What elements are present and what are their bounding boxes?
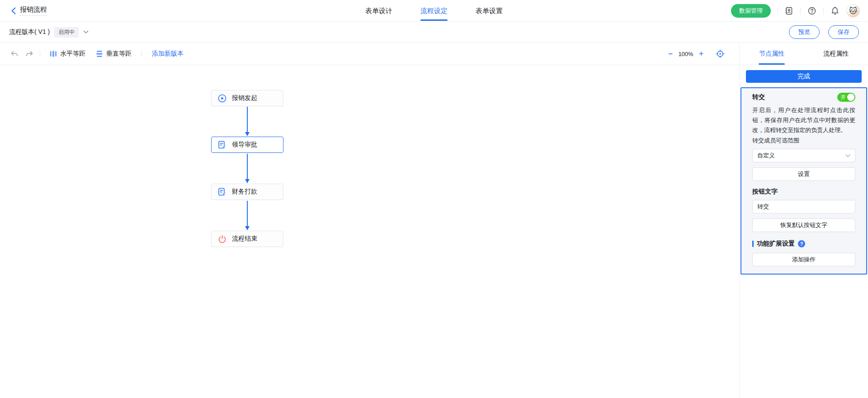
version-dropdown-chevron-icon[interactable] (83, 30, 89, 34)
add-action-button[interactable]: 添加操作 (752, 253, 855, 266)
help-circle-icon[interactable]: ? (798, 240, 805, 247)
transfer-section-box: 转交 开 开启后，用户在处理流程时点击此按钮，将保存用户在此节点中对数据的更改，… (741, 87, 867, 275)
panel-tabs: 节点属性 流程属性 (740, 43, 868, 65)
horizontal-spacing-icon (50, 51, 57, 57)
active-tab-underline (759, 63, 785, 65)
transfer-header-row: 转交 开 (752, 93, 855, 102)
vertical-spacing-button[interactable]: 垂直等距 (96, 50, 132, 58)
transfer-toggle[interactable]: 开 (837, 93, 855, 102)
transfer-title: 转交 (752, 93, 765, 101)
flow-node-leader-approval[interactable]: 领导审批 (211, 137, 283, 153)
zoom-in-button[interactable]: + (696, 48, 707, 59)
top-header: 报销流程 表单设计 流程设定 表单设置 数据管理 🐱 (0, 0, 868, 22)
contacts-icon[interactable] (784, 6, 794, 16)
header-tabs: 表单设计 流程设定 表单设置 (365, 0, 503, 22)
panel-body: 完成 转交 开 开启后，用户在处理流程时点击此按钮，将保存用户在此节点中对数据的… (740, 65, 868, 398)
node-label: 报销发起 (232, 94, 257, 102)
app-window: 报销流程 表单设计 流程设定 表单设置 数据管理 🐱 流程版本( V1 ) (0, 0, 868, 398)
section-marker (752, 241, 754, 247)
restore-default-button[interactable]: 恢复默认按钮文字 (752, 218, 855, 232)
flow-editor-column: 水平等距 垂直等距 添加新版本 − 100% + (0, 43, 739, 398)
transfer-description: 开启后，用户在处理流程时点击此按钮，将保存用户在此节点中对数据的更改，流程转交至… (752, 105, 855, 135)
version-bar: 流程版本( V1 ) 启用中 预览 保存 (0, 22, 868, 43)
node-label: 领导审批 (232, 141, 257, 149)
redo-icon (26, 51, 33, 57)
horizontal-spacing-button[interactable]: 水平等距 (50, 50, 85, 58)
bell-icon[interactable] (830, 6, 840, 16)
save-button[interactable]: 保存 (828, 25, 859, 39)
chevron-down-icon (845, 154, 850, 157)
user-avatar[interactable]: 🐱 (846, 4, 860, 18)
divider (777, 7, 778, 14)
scope-setting-button[interactable]: 设置 (752, 167, 855, 181)
tab-flow-setting[interactable]: 流程设定 (420, 0, 448, 22)
crosshair-icon (716, 49, 725, 58)
status-badge: 启用中 (54, 27, 79, 38)
flow-node-end[interactable]: 流程结束 (211, 231, 283, 247)
approval-icon (218, 141, 226, 149)
chevron-left-icon (11, 7, 16, 14)
flow-edge (245, 201, 250, 231)
tab-form-setting[interactable]: 表单设置 (476, 0, 503, 22)
complete-button[interactable]: 完成 (746, 70, 862, 83)
zoom-level: 100% (676, 51, 696, 57)
redo-button[interactable] (24, 48, 35, 60)
undo-button[interactable] (8, 48, 20, 60)
back-button[interactable] (9, 6, 18, 15)
divider (142, 50, 142, 57)
extension-settings-header: 功能扩展设置 ? (752, 240, 855, 248)
version-label: 流程版本( V1 ) (9, 28, 50, 36)
divider (823, 7, 824, 14)
toggle-on-label: 开 (840, 94, 846, 101)
scope-select-value: 自定义 (757, 152, 775, 160)
toggle-knob (847, 94, 854, 101)
data-manage-button[interactable]: 数据管理 (731, 4, 771, 18)
tab-node-properties[interactable]: 节点属性 (740, 43, 804, 65)
button-text-input[interactable] (752, 200, 855, 213)
approval-icon (218, 188, 226, 196)
header-actions: 数据管理 🐱 (731, 0, 860, 22)
extension-settings-title: 功能扩展设置 (757, 240, 795, 248)
node-label: 财务打款 (232, 188, 257, 196)
preview-button[interactable]: 预览 (789, 25, 820, 39)
vertical-spacing-icon (96, 51, 103, 57)
tab-form-design[interactable]: 表单设计 (365, 0, 392, 22)
flow-node-finance-payment[interactable]: 财务打款 (211, 184, 283, 200)
button-text-label: 按钮文字 (752, 188, 855, 196)
flow-edge (245, 154, 250, 184)
properties-panel: 节点属性 流程属性 完成 转交 开 开启后，用户在处理流程时点击此按钮，将保存用… (739, 43, 868, 398)
main-area: 水平等距 垂直等距 添加新版本 − 100% + (0, 43, 868, 398)
help-icon[interactable] (807, 6, 817, 16)
active-tab-underline (420, 19, 448, 21)
flow-canvas[interactable]: 报销发起 领导审批 财务打款 流程结束 (0, 65, 739, 398)
locate-button[interactable] (716, 49, 725, 58)
flow-edge (245, 107, 250, 137)
divider (40, 50, 40, 57)
flow-node-start[interactable]: 报销发起 (211, 90, 283, 106)
divider (800, 7, 801, 14)
zoom-out-button[interactable]: − (665, 48, 676, 59)
play-icon (218, 94, 226, 103)
undo-icon (10, 51, 18, 57)
node-label: 流程结束 (232, 235, 257, 243)
flow-toolbar: 水平等距 垂直等距 添加新版本 − 100% + (0, 43, 739, 65)
add-version-link[interactable]: 添加新版本 (152, 50, 184, 58)
scope-select[interactable]: 自定义 (752, 149, 855, 162)
title-editable[interactable]: 报销流程 (20, 5, 47, 16)
tab-flow-properties[interactable]: 流程属性 (804, 43, 868, 65)
scope-label: 转交成员可选范围 (752, 137, 855, 145)
page-title: 报销流程 (20, 5, 47, 13)
power-icon (218, 235, 226, 243)
